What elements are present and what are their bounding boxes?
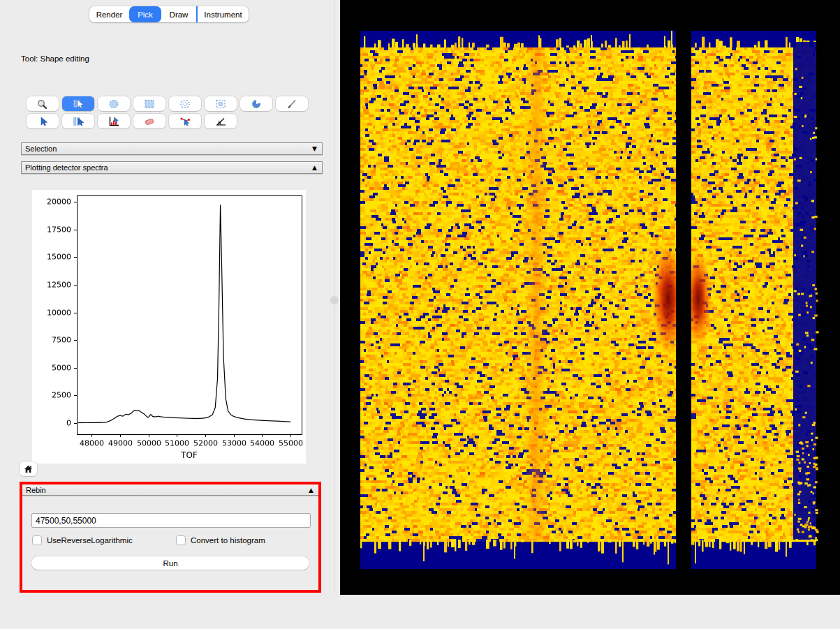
pick-peak-icon bbox=[178, 116, 192, 127]
selection-section-header[interactable]: Selection ▼ bbox=[21, 142, 323, 155]
home-icon bbox=[23, 464, 34, 474]
collapse-arrow-icon: ▼ bbox=[312, 143, 317, 154]
sum-detectors-icon bbox=[107, 116, 121, 127]
use-reverse-logarithmic-checkbox[interactable] bbox=[32, 535, 42, 545]
pick-peak-tool-button[interactable] bbox=[169, 114, 201, 128]
measure-angle-tool-button[interactable]: θ bbox=[205, 114, 237, 128]
zoom-icon bbox=[36, 98, 50, 110]
edit-shape-tool-button[interactable] bbox=[62, 96, 94, 111]
use-reverse-logarithmic-label: UseReverseLogarithmic bbox=[47, 536, 133, 545]
svg-text:θ: θ bbox=[218, 120, 221, 126]
draw-ring-ellipse-tool-button[interactable] bbox=[169, 96, 201, 111]
pick-tube-tool-button[interactable] bbox=[62, 114, 94, 128]
time-of-flight-bar: Time-of-flight Reset bbox=[0, 595, 840, 629]
rebin-panel-highlighted: Rebin ▲ UseReverseLogarithmic Convert to… bbox=[20, 482, 321, 593]
tab-instrument[interactable]: Instrument bbox=[196, 6, 249, 22]
plotting-section-header[interactable]: Plotting detector spectra ▲ bbox=[21, 161, 323, 174]
rebin-run-button[interactable]: Run bbox=[31, 556, 309, 570]
rebin-params-input[interactable] bbox=[31, 513, 311, 528]
detector-image-canvas[interactable] bbox=[340, 0, 840, 595]
draw-sector-tool-button[interactable] bbox=[240, 96, 272, 111]
rebin-section-header[interactable]: Rebin ▲ bbox=[22, 484, 318, 496]
edit-shape-icon bbox=[71, 98, 85, 110]
draw-free-icon bbox=[285, 98, 299, 110]
detector-view bbox=[340, 0, 840, 595]
tab-render[interactable]: Render bbox=[89, 6, 129, 22]
draw-ellipse-tool-button[interactable] bbox=[98, 96, 130, 111]
splitter-handle[interactable] bbox=[330, 296, 339, 304]
pick-sidebar: Render Pick Draw Instrument Tool: Shape … bbox=[0, 0, 340, 595]
draw-free-tool-button[interactable] bbox=[276, 96, 308, 111]
erase-icon bbox=[142, 116, 156, 127]
draw-ring-rectangle-tool-button[interactable] bbox=[205, 96, 237, 111]
convert-to-histogram-label: Convert to histogram bbox=[191, 536, 265, 545]
zoom-tool-button[interactable] bbox=[27, 96, 59, 111]
shape-toolbar-row1 bbox=[27, 96, 308, 111]
plotting-section-label: Plotting detector spectra bbox=[25, 163, 108, 172]
sum-detectors-tool-button[interactable] bbox=[98, 114, 130, 128]
measure-angle-icon: θ bbox=[214, 116, 228, 127]
erase-tool-button[interactable] bbox=[133, 114, 165, 128]
rebin-section-label: Rebin bbox=[26, 486, 46, 494]
tab-draw[interactable]: Draw bbox=[161, 6, 196, 22]
pick-pixel-tool-button[interactable] bbox=[27, 114, 59, 128]
pick-pixel-icon bbox=[36, 116, 50, 127]
spectrum-plot bbox=[32, 190, 306, 464]
draw-rectangle-tool-button[interactable] bbox=[133, 96, 165, 111]
instrument-view-window: { "accent_color": "#2f7cf6", "highlight_… bbox=[0, 0, 840, 629]
draw-ring-rectangle-icon bbox=[214, 98, 228, 110]
expand-arrow-icon: ▲ bbox=[312, 162, 317, 173]
plot-home-button[interactable] bbox=[20, 461, 37, 476]
pick-tube-icon bbox=[71, 116, 85, 127]
shape-toolbar-row2: θ bbox=[27, 114, 237, 128]
draw-rectangle-icon bbox=[142, 98, 156, 110]
view-tabbar: Render Pick Draw Instrument bbox=[89, 6, 249, 22]
draw-ellipse-icon bbox=[107, 98, 121, 110]
convert-to-histogram-checkbox[interactable] bbox=[176, 535, 186, 545]
draw-sector-icon bbox=[249, 98, 263, 110]
tool-status-label: Tool: Shape editing bbox=[21, 54, 89, 63]
tab-pick[interactable]: Pick bbox=[129, 6, 161, 22]
expand-arrow-icon: ▲ bbox=[309, 484, 314, 496]
draw-ring-ellipse-icon bbox=[178, 98, 192, 110]
rebin-checkboxes: UseReverseLogarithmic Convert to histogr… bbox=[32, 535, 311, 547]
spectrum-plot-canvas[interactable] bbox=[32, 190, 306, 464]
selection-section-label: Selection bbox=[25, 145, 57, 153]
